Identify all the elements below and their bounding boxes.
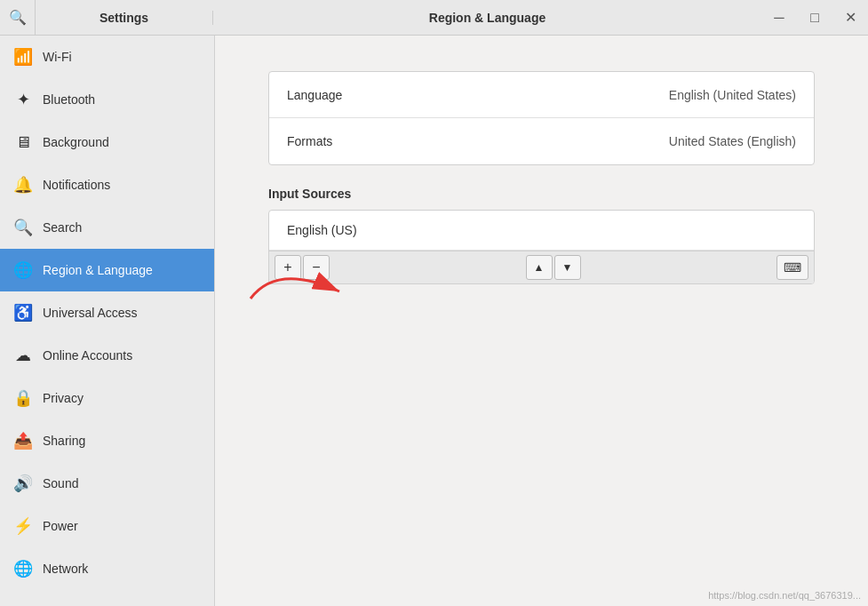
keyboard-preview-button[interactable]: ⌨ xyxy=(776,255,808,280)
sidebar-item-privacy[interactable]: 🔒 Privacy xyxy=(0,377,214,419)
move-up-button[interactable]: ▲ xyxy=(526,255,553,280)
sidebar-item-label: Sound xyxy=(43,476,78,490)
language-value: English (United States) xyxy=(669,88,796,102)
power-icon: ⚡ xyxy=(14,517,32,535)
network-icon: 🌐 xyxy=(14,560,32,578)
input-source-english-us[interactable]: English (US) xyxy=(269,211,814,251)
sidebar-item-background[interactable]: 🖥 Background xyxy=(0,121,214,163)
sidebar-item-label: Wi-Fi xyxy=(43,50,72,64)
region-icon: 🌐 xyxy=(14,261,32,279)
language-label: Language xyxy=(287,88,342,102)
content-area: Language English (United States) Formats… xyxy=(215,36,868,606)
titlebar: 🔍 Settings Region & Language ─ □ ✕ xyxy=(0,0,868,36)
window-controls: ─ □ ✕ xyxy=(761,0,868,36)
sidebar-item-sound[interactable]: 🔊 Sound xyxy=(0,462,214,505)
sidebar-item-label: Background xyxy=(43,135,109,149)
formats-value: United States (English) xyxy=(669,134,796,148)
notifications-icon: 🔔 xyxy=(14,176,32,194)
move-down-button[interactable]: ▼ xyxy=(554,255,581,280)
sharing-icon: 📤 xyxy=(14,432,32,450)
remove-input-source-button[interactable]: − xyxy=(303,255,330,280)
close-button[interactable]: ✕ xyxy=(832,0,868,36)
language-row: Language English (United States) xyxy=(269,72,814,118)
sidebar: 📶 Wi-Fi ✦ Bluetooth 🖥 Background 🔔 Notif… xyxy=(0,36,215,606)
sidebar-item-label: Search xyxy=(43,220,82,235)
privacy-icon: 🔒 xyxy=(14,389,32,407)
language-formats-card: Language English (United States) Formats… xyxy=(268,71,815,165)
search-icon: 🔍 xyxy=(9,9,27,26)
sidebar-item-label: Network xyxy=(43,562,88,576)
sidebar-item-label: Notifications xyxy=(43,178,110,192)
input-sources-section: English (US) + − ▲ ▼ ⌨ xyxy=(268,210,815,284)
minimize-button[interactable]: ─ xyxy=(761,0,797,36)
sidebar-item-notifications[interactable]: 🔔 Notifications xyxy=(0,163,214,206)
sidebar-item-label: Power xyxy=(43,519,78,533)
sidebar-item-network[interactable]: 🌐 Network xyxy=(0,547,214,590)
sidebar-item-power[interactable]: ⚡ Power xyxy=(0,505,214,547)
input-sources-box: English (US) + − ▲ ▼ ⌨ xyxy=(268,210,815,284)
maximize-button[interactable]: □ xyxy=(797,0,832,36)
content-wrapper: Language English (United States) Formats… xyxy=(268,71,815,284)
input-sources-toolbar: + − ▲ ▼ ⌨ xyxy=(269,251,814,283)
input-sources-title: Input Sources xyxy=(268,187,815,201)
bluetooth-icon: ✦ xyxy=(14,91,32,108)
sidebar-item-label: Universal Access xyxy=(43,306,138,320)
app-title: Settings xyxy=(36,11,213,25)
background-icon: 🖥 xyxy=(14,133,32,151)
sidebar-item-label: Sharing xyxy=(43,434,85,448)
sound-icon: 🔊 xyxy=(14,474,32,492)
sidebar-item-label: Region & Language xyxy=(43,263,153,277)
search-icon: 🔍 xyxy=(14,219,32,236)
sidebar-item-universal-access[interactable]: ♿ Universal Access xyxy=(0,291,214,334)
sidebar-item-region[interactable]: 🌐 Region & Language xyxy=(0,249,214,291)
sidebar-item-wifi[interactable]: 📶 Wi-Fi xyxy=(0,36,214,78)
sidebar-item-sharing[interactable]: 📤 Sharing xyxy=(0,419,214,462)
online-accounts-icon: ☁ xyxy=(14,347,32,364)
sidebar-item-label: Privacy xyxy=(43,391,84,405)
add-input-source-button[interactable]: + xyxy=(275,255,301,280)
sidebar-item-label: Bluetooth xyxy=(43,92,95,107)
wifi-icon: 📶 xyxy=(14,48,32,66)
titlebar-search-button[interactable]: 🔍 xyxy=(0,0,36,36)
sidebar-item-online-accounts[interactable]: ☁ Online Accounts xyxy=(0,334,214,377)
sidebar-item-search[interactable]: 🔍 Search xyxy=(0,206,214,249)
sidebar-item-label: Online Accounts xyxy=(43,348,132,363)
universal-access-icon: ♿ xyxy=(14,304,32,322)
sidebar-item-bluetooth[interactable]: ✦ Bluetooth xyxy=(0,78,214,121)
formats-row: Formats United States (English) xyxy=(269,118,814,164)
formats-label: Formats xyxy=(287,134,332,148)
page-title: Region & Language xyxy=(213,11,761,25)
main-layout: 📶 Wi-Fi ✦ Bluetooth 🖥 Background 🔔 Notif… xyxy=(0,36,868,606)
